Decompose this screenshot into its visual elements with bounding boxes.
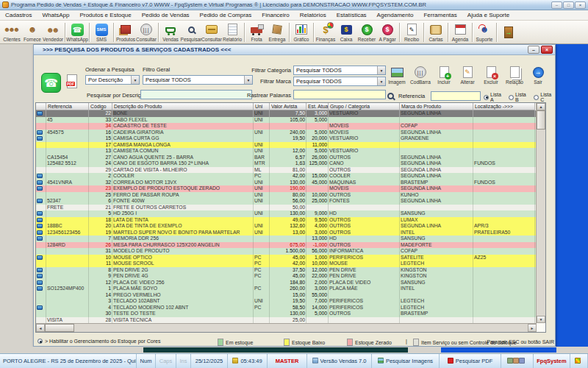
action-alterar-button[interactable]: ✎Alterar (456, 65, 479, 85)
radio-lista-a[interactable]: Lista A (484, 92, 504, 102)
toolbar-suporte[interactable]: ☻Suporte (474, 23, 495, 42)
table-row[interactable]: 22BONEUNI7,503,000VESTUARIOSEGUNDA LINHA (36, 110, 545, 117)
toolbar-entrega[interactable]: Entrega (267, 23, 287, 42)
table-row[interactable]: 3TECLADO 102ABNTUNI19,507,000PERIFERICOS… (36, 298, 545, 305)
column-header-localizacao[interactable]: Localização ->>> (473, 103, 535, 110)
table-row[interactable]: 45457516CADEIRA GIRATORIAUNI240,005,000M… (36, 130, 545, 136)
menu-relatorios[interactable]: Relatórios (295, 12, 331, 18)
table-row[interactable]: 34CADASTRO DE TESTEMÓVEISCOFAP (36, 123, 545, 130)
status-pesquisar-imagens[interactable]: Pesquisar Imagens (372, 354, 440, 368)
toolbar-cartas[interactable]: Cartas (426, 23, 446, 42)
ordenar-select[interactable]: Por Descrição (85, 75, 140, 85)
column-header-valor-avista[interactable]: Valor Avista (270, 103, 306, 110)
toolbar-grafico[interactable]: Gráfico (291, 23, 312, 42)
column-header-codigo[interactable]: Código (89, 103, 112, 110)
pesquisar-descricao-input[interactable] (140, 90, 252, 99)
action-codbarra-button[interactable]: |||CodBarra (409, 65, 432, 85)
horizontal-scrollbar[interactable]: ◄ ► (36, 323, 537, 332)
table-row[interactable]: 1284RD26MESA PARA CHURRASCO 125X200 ANGE… (36, 242, 545, 249)
menu-agendamento[interactable]: Agendamento (372, 12, 419, 18)
close-button[interactable] (575, 1, 586, 9)
toolbar-recibo[interactable]: ✎Recibo (401, 23, 422, 42)
column-header-icon[interactable] (36, 103, 46, 110)
table-row[interactable]: 23EXEMPLO DE PRODUTO ESTOQUE ZERADOUNI19… (36, 185, 545, 192)
menu-financeiro[interactable]: Financeiro (257, 12, 294, 18)
table-row[interactable]: 4TECLADO MODERNO 102 ABNTPC58,5014,000PE… (36, 305, 545, 311)
toolbar-financas[interactable]: $Finanças (315, 23, 336, 42)
child-close-button[interactable] (541, 46, 553, 54)
enable-color-management[interactable]: > Habilitar o Gerenciamento do Estoque p… (37, 339, 160, 344)
table-row[interactable]: 5HD 250G IUNI130,009,000HDSANSUNG (36, 210, 545, 217)
column-header-est-atual[interactable]: Est. Atual (306, 103, 329, 110)
toolbar-frota[interactable]: Frota (246, 23, 267, 42)
toolbar-caixa[interactable]: $Caixa (336, 23, 356, 42)
toolbar-consultar[interactable]: Consultar (201, 23, 222, 42)
menu-pedido-de-vendas[interactable]: Pedido de Vendas (137, 12, 195, 18)
action-sair-button[interactable]: →Sair (526, 65, 550, 85)
column-header-uni[interactable]: Uni (254, 103, 270, 110)
table-row[interactable]: 11MOUSE SCROOLPC42,0010,000MOUSELEGTECH (36, 261, 545, 267)
table-row[interactable]: 10MOUSE OPTICOPC45,001,000PERIFERICOSSAT… (36, 255, 545, 261)
toolbar-pesquisar[interactable]: Pesquisar (181, 23, 201, 42)
column-header-marca-do-produto[interactable]: Marca do Produto (400, 103, 473, 110)
table-row[interactable]: 31MODELO DE PRODUTO1.500,0056,000INFORMA… (36, 248, 545, 255)
toolbar-exit-door-icon[interactable]: → (498, 25, 519, 39)
table-row[interactable]: 523476FONTE 400WUNI56,0025,000FONTESSEGU… (36, 198, 545, 205)
rastrear-input[interactable] (293, 90, 386, 99)
table-row[interactable]: VISITA28VISITA TECNICA25,00 (36, 317, 545, 324)
toolbar-a-pagar[interactable]: $A Pagar (377, 23, 398, 42)
table-row[interactable]: 4533CABO FLEXELUNI105,005,000 (36, 117, 545, 124)
pdf-export-button[interactable]: PDF (67, 74, 77, 91)
table-row[interactable]: 17CAMISA MANGA LONGAUNI11,000 (36, 142, 545, 149)
table-row[interactable]: 12345612345619MARTELO SUPER NOVO E BONIT… (36, 230, 545, 236)
whatsapp-share-button[interactable]: ☎ (41, 73, 61, 93)
menu-ferramentas[interactable]: Ferramentas (418, 12, 462, 18)
radio-lista-b[interactable]: Lista B (509, 92, 529, 102)
toolbar-vendedor[interactable]: ☻☻Vendedor (43, 23, 63, 42)
filtrar-marca-select[interactable]: Pesquisar TODOS (293, 77, 386, 86)
toolbar-consultar[interactable]: |||Consultar (136, 23, 157, 42)
menu-estatisticas[interactable]: Estatísticas (331, 12, 372, 18)
scroll-left-icon[interactable]: ◄ (36, 324, 45, 332)
status-pesquisar-pdf[interactable]: Pesquisar PDF (440, 354, 501, 368)
table-row[interactable]: 9PEN DRIVE 4GPC45,0022,000PEN DRIVEKINGS… (36, 273, 545, 280)
action-excluir-button[interactable]: ×Excluir (479, 65, 503, 85)
table-row[interactable]: 18LATA DE TINTA49,009,500OUTROSLUMAX (36, 217, 545, 224)
scrollbar-thumb[interactable] (45, 324, 74, 332)
toolbar-vendas[interactable]: Vendas (160, 23, 181, 42)
scrollbar-thumb[interactable] (537, 110, 545, 130)
filtrar-categoria-select[interactable]: Pesquisar TODOS (293, 66, 386, 75)
toolbar-clientes[interactable]: ☻☻☻Clientes (1, 23, 22, 42)
scroll-up-icon[interactable]: ▲ (537, 103, 545, 110)
table-row[interactable]: FRETE21FRETE E OUTROS CARRETOS50,00 (36, 205, 545, 211)
table-row[interactable]: 15CAMISA CURTA GG19,5020,000VESTUARIOGRA… (36, 135, 545, 142)
vertical-scrollbar[interactable]: ▲ ▼ (536, 103, 545, 323)
filtro-geral-select[interactable]: Pesquisar TODOS (143, 75, 253, 85)
restore-button[interactable] (563, 1, 574, 9)
status-tools-icons[interactable] (501, 354, 534, 368)
referencia-input[interactable] (431, 91, 481, 101)
scroll-down-icon[interactable]: ▼ (537, 316, 545, 323)
column-header-descricao-do-produto[interactable]: Descrição do Produto (112, 103, 254, 110)
toolbar-agenda[interactable]: Agenda (450, 23, 470, 42)
table-row[interactable]: 13CAMISETA COMUNUNI12,005,000VESTUARIO (36, 148, 545, 155)
toolbar-sms[interactable]: SMSSMS (91, 23, 112, 42)
action-relacao-button[interactable]: Relação (503, 65, 526, 85)
scroll-right-icon[interactable]: ► (528, 324, 537, 332)
table-row[interactable]: 25FERRO DE PASSAR ROUPAUNI80,0010,000OUT… (36, 192, 545, 199)
toolbar-relatorio[interactable]: Relatório (222, 23, 243, 42)
radio-lista-c[interactable]: Lista C (534, 92, 555, 102)
menu-ajuda-e-suporte[interactable]: Ajuda e Suporte (462, 12, 514, 18)
table-row[interactable]: CA1545427CANO AGUA QUENTE 25 - BARRABAR6… (36, 155, 545, 161)
menu-cadastros[interactable]: Cadastros (0, 12, 37, 18)
table-row[interactable]: SO12524MP4001PLACA MÃE SOYOPC260,003,000… (36, 286, 545, 292)
table-row[interactable]: 188BC20LATA DE TINTA DE EXEMPLOUNI132,60… (36, 223, 545, 230)
table-row[interactable]: 125482 551224CANO DE ESGOTO BARRA 150 2ª… (36, 160, 545, 167)
table-row[interactable]: 4541VNRA32CORREA DO MOTOR 13VXUNI130,004… (36, 180, 545, 186)
table-row[interactable]: 29CARTAO DE VISITA - MILHEIROML81,00OUTR… (36, 167, 545, 174)
toolbar-produtos[interactable]: Produtos (115, 23, 136, 42)
table-row[interactable]: 12PLACA DE VIDEO 256184,802,000PLACA DE … (36, 280, 545, 286)
toolbar-whatsapp[interactable]: ☎WhatsApp (67, 23, 87, 42)
menu-pedido-de-compras[interactable]: Pedido de Compras (195, 12, 257, 18)
child-minimize-button[interactable] (528, 46, 539, 54)
